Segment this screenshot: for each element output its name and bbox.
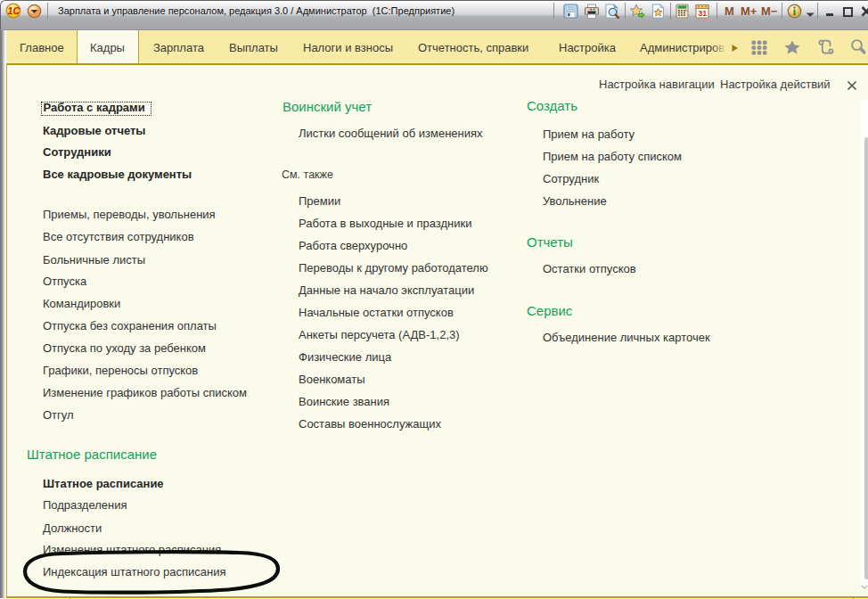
svg-text:1С: 1С [8, 5, 20, 16]
svg-text:31: 31 [698, 9, 707, 18]
